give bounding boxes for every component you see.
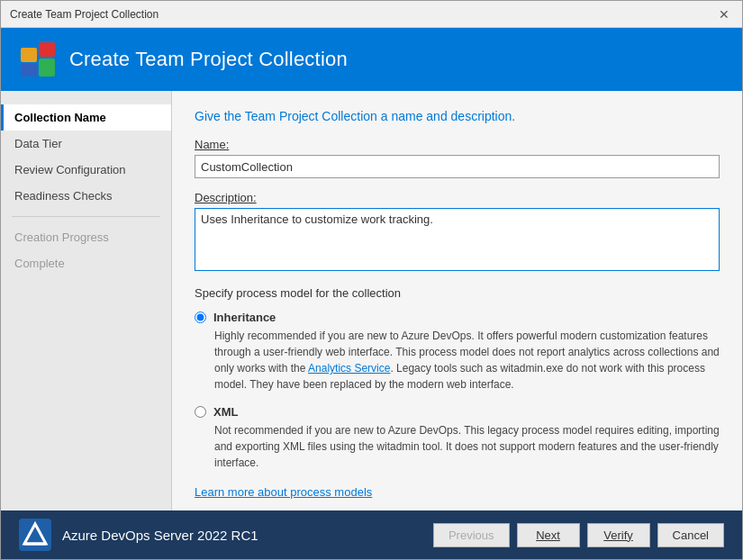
sidebar-item-review-config[interactable]: Review Configuration [1, 157, 171, 183]
sidebar: Collection Name Data Tier Review Configu… [1, 91, 172, 510]
name-field-group: Name: [195, 138, 720, 178]
analytics-service-link[interactable]: Analytics Service [308, 362, 390, 375]
sidebar-item-complete: Complete [1, 250, 171, 276]
svg-rect-3 [39, 59, 55, 77]
sidebar-item-data-tier[interactable]: Data Tier [1, 131, 171, 157]
footer-brand-text: Azure DevOps Server 2022 RC1 [62, 528, 258, 543]
svg-rect-2 [21, 64, 37, 77]
footer-icon [19, 519, 51, 551]
xml-radio-label[interactable]: XML [195, 405, 720, 419]
window-title: Create Team Project Collection [10, 8, 159, 21]
name-input[interactable] [195, 155, 720, 178]
inheritance-radio[interactable] [195, 312, 206, 323]
main-content: Give the Team Project Collection a name … [172, 91, 742, 510]
footer-buttons: Previous Next Verify Cancel [433, 523, 724, 547]
header-bar: Create Team Project Collection [1, 28, 742, 91]
footer: Azure DevOps Server 2022 RC1 Previous Ne… [1, 510, 742, 559]
next-button[interactable]: Next [517, 523, 580, 547]
title-bar: Create Team Project Collection ✕ [1, 1, 742, 28]
inheritance-radio-label[interactable]: Inheritance [195, 311, 720, 324]
app-icon [19, 41, 57, 78]
svg-rect-1 [39, 42, 55, 57]
xml-label: XML [213, 405, 238, 419]
description-label: Description: [195, 191, 720, 204]
sidebar-item-collection-name[interactable]: Collection Name [1, 104, 171, 131]
xml-description: Not recommended if you are new to Azure … [214, 422, 720, 471]
previous-button[interactable]: Previous [433, 523, 510, 547]
close-button[interactable]: ✕ [715, 5, 733, 23]
learn-more-link[interactable]: Learn more about process models [195, 485, 720, 499]
sidebar-item-readiness-checks[interactable]: Readiness Checks [1, 183, 171, 209]
inheritance-option: Inheritance Highly recommended if you ar… [195, 311, 720, 393]
cancel-button[interactable]: Cancel [657, 523, 724, 547]
xml-radio[interactable] [195, 406, 206, 418]
verify-button[interactable]: Verify [587, 523, 650, 547]
main-window: Create Team Project Collection ✕ Create … [0, 0, 743, 560]
sidebar-divider [12, 216, 160, 217]
inheritance-description: Highly recommended if you are new to Azu… [214, 328, 720, 393]
description-field-group: Description: [195, 191, 720, 274]
name-label: Name: [195, 138, 720, 151]
xml-option: XML Not recommended if you are new to Az… [195, 405, 720, 471]
svg-rect-0 [21, 48, 37, 62]
description-input[interactable] [195, 208, 720, 271]
content-area: Collection Name Data Tier Review Configu… [1, 91, 742, 510]
process-section-title: Specify process model for the collection [195, 286, 720, 300]
header-title: Create Team Project Collection [69, 48, 348, 71]
section-title: Give the Team Project Collection a name … [195, 109, 720, 123]
sidebar-item-creation-progress: Creation Progress [1, 224, 171, 250]
inheritance-label: Inheritance [213, 311, 276, 324]
footer-brand: Azure DevOps Server 2022 RC1 [19, 519, 258, 551]
